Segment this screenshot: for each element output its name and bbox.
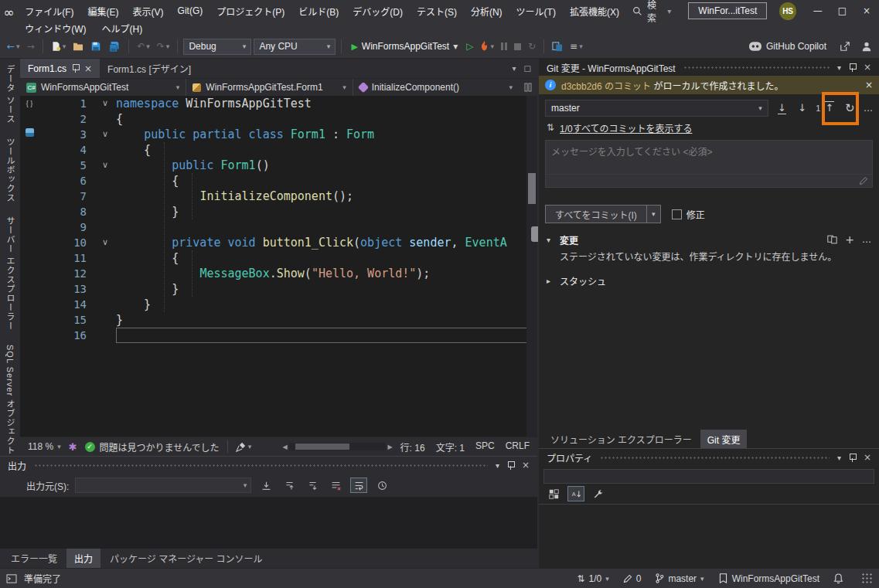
redo-button[interactable]: ↷▾ (155, 39, 172, 53)
solution-configuration-select[interactable]: Debug▾ (183, 39, 251, 55)
document-dropdown-icon[interactable]: ▾ (513, 64, 516, 73)
compare-changes-icon[interactable] (827, 235, 837, 244)
drag-handle[interactable] (683, 66, 830, 70)
splitter-handle[interactable] (531, 226, 538, 242)
output-source-select[interactable]: ▾ (75, 478, 251, 493)
git-panel-header[interactable]: Git 変更 - WinFormsAppGitTest ▾ × (539, 59, 879, 76)
resize-grip-icon[interactable] (862, 573, 873, 584)
code-line[interactable]: 10∨ private void button1_Click(object se… (20, 235, 537, 250)
indent-indicator[interactable]: SPC (475, 440, 495, 454)
hscrollbar-thumb[interactable] (295, 444, 349, 450)
open-file-button[interactable] (70, 40, 86, 53)
avatar[interactable]: HS (779, 2, 796, 20)
breadcrumb-project[interactable]: C# WinFormsAppGitTest ▾ (20, 79, 186, 96)
checkbox[interactable] (672, 209, 682, 219)
menu-item[interactable]: プロジェクト(P) (210, 2, 291, 20)
code-line[interactable]: 14 } (20, 297, 537, 312)
document-tab[interactable]: Form1.cs [デザイン] (100, 59, 199, 78)
undo-button[interactable]: ↶▾ (135, 39, 152, 53)
code-line[interactable]: 9 (20, 219, 537, 235)
close-panel-icon[interactable]: × (864, 62, 871, 73)
tool-window-tab[interactable]: ツールボックス (4, 138, 16, 202)
float-window-icon[interactable]: □ (524, 64, 531, 73)
document-health-indicator[interactable]: ✓ 問題は見つかりませんでした (85, 440, 220, 454)
horizontal-scrollbar[interactable]: ◀ ▶ (283, 441, 393, 452)
branch-select[interactable]: master ▾ (545, 100, 768, 117)
document-tab[interactable]: Form1.cs× (20, 59, 100, 78)
navigate-forward-button[interactable]: → (25, 39, 37, 53)
scroll-right-icon[interactable]: ▶ (387, 444, 392, 450)
fetch-button[interactable]: ↓ (775, 102, 789, 114)
pending-changes-button[interactable]: 0 (623, 573, 642, 584)
collapsed-icon[interactable]: ▸ (547, 277, 554, 285)
split-editor-button[interactable] (519, 79, 537, 96)
save-all-button[interactable] (106, 39, 123, 54)
menu-item[interactable]: ファイル(F) (18, 2, 80, 20)
current-repository-button[interactable]: WinFormsAppGitTest (718, 573, 819, 584)
eol-indicator[interactable]: CRLF (506, 440, 530, 454)
property-pages-wrench-icon[interactable] (590, 486, 607, 501)
menu-item[interactable]: 拡張機能(X) (563, 2, 626, 20)
panel-tab[interactable]: パッケージ マネージャー コンソール (102, 549, 271, 568)
window-position-icon[interactable]: ▾ (837, 454, 841, 462)
find-message-icon[interactable] (257, 478, 274, 493)
show-all-commits-link[interactable]: 1/0すべてのコミットを表示する (560, 121, 692, 134)
pin-icon[interactable] (507, 461, 514, 470)
changes-more-options-icon[interactable]: … (862, 234, 871, 245)
solution-platform-select[interactable]: Any CPU▾ (254, 39, 336, 55)
commit-options-chevron-icon[interactable]: ▾ (647, 205, 661, 223)
live-share-button[interactable] (837, 39, 853, 53)
sync-commits-button[interactable]: ⇅ 1/0 ▾ (577, 573, 608, 584)
breadcrumb-type[interactable]: WinFormsAppGitTest.Form1 ▾ (186, 79, 353, 96)
generate-message-pen-icon[interactable] (859, 176, 868, 185)
background-tasks-icon[interactable] (6, 574, 17, 583)
stage-all-icon[interactable]: + (845, 233, 854, 246)
menu-item[interactable]: テスト(S) (410, 2, 464, 20)
fold-icon[interactable]: ∨ (94, 158, 116, 173)
code-line[interactable]: 3∨ public partial class Form1 : Form (20, 127, 537, 142)
menu-item[interactable]: 表示(V) (126, 2, 171, 20)
tool-window-tab[interactable]: サーバー エクスプローラー (4, 216, 16, 331)
drag-handle[interactable] (34, 464, 488, 467)
fold-icon[interactable]: ∨ (94, 235, 116, 250)
search-chevron-down-icon[interactable]: ▾ (667, 7, 671, 15)
git-more-options-button[interactable]: … (864, 103, 873, 114)
new-file-button[interactable]: ▾ (49, 39, 69, 53)
code-cleanup-button[interactable]: ▾ (236, 442, 252, 452)
code-line[interactable]: 12 MessageBox.Show("Hello, World!"); (20, 266, 537, 281)
code-line[interactable]: 8 } (20, 204, 537, 219)
close-panel-icon[interactable]: × (522, 460, 530, 471)
code-line[interactable]: 15} (20, 312, 537, 328)
panel-tab[interactable]: ソリューション エクスプローラー (543, 430, 699, 449)
commit-all-button[interactable]: すべてをコミット(I) ▾ (545, 205, 661, 223)
start-without-debugging-button[interactable]: ▷ (464, 39, 475, 53)
editor-vertical-scrollbar[interactable] (526, 96, 537, 437)
drag-handle[interactable] (600, 456, 830, 460)
start-debugging-button[interactable]: ▶ WinFormsAppGitTest ▾ (347, 39, 462, 53)
previous-message-icon[interactable] (281, 478, 298, 493)
alphabetical-sort-icon[interactable]: A (567, 486, 584, 501)
code-line[interactable]: 16 (20, 328, 537, 343)
maximize-button[interactable]: □ (830, 0, 855, 22)
code-editor[interactable]: { }1∨namespace WinFormsAppGitTest2{3∨ pu… (20, 96, 537, 437)
navigate-back-button[interactable]: ←▾ (5, 39, 22, 53)
clear-all-icon[interactable] (327, 478, 344, 493)
menu-item[interactable]: Git(G) (171, 3, 210, 19)
code-line[interactable]: { }1∨namespace WinFormsAppGitTest (20, 96, 537, 111)
output-panel-header[interactable]: 出力 ▾ × (0, 457, 537, 474)
panel-tab[interactable]: Git 変更 (700, 430, 748, 449)
save-button[interactable] (88, 39, 104, 53)
current-branch-button[interactable]: master ▾ (655, 573, 704, 584)
pin-icon[interactable] (849, 454, 856, 462)
intellicode-icon[interactable]: ✱ (69, 441, 77, 453)
window-list-button[interactable]: ≡▾ (567, 39, 585, 53)
properties-object-select[interactable] (543, 469, 874, 484)
fold-icon[interactable]: ∨ (94, 127, 116, 142)
column-indicator[interactable]: 文字: 1 (436, 440, 465, 454)
fold-icon[interactable]: ∨ (94, 96, 116, 111)
tool-window-tab[interactable]: データ ソース (4, 65, 16, 124)
close-tab-icon[interactable]: × (84, 63, 92, 74)
restart-button[interactable]: ↻ (526, 39, 538, 53)
commit-hash-link[interactable]: d3cbb2d6 のコミット (561, 81, 651, 92)
code-line[interactable]: 4 { (20, 142, 537, 158)
